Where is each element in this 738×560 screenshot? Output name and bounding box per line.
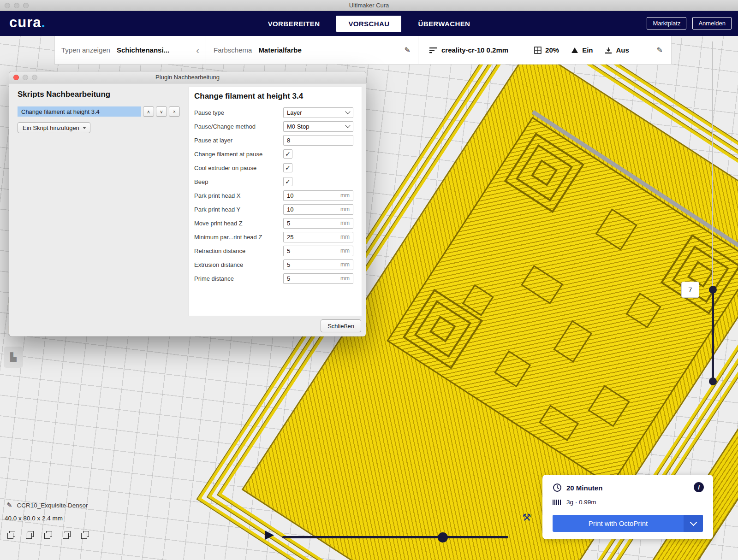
collapse-chevron-icon[interactable]: ‹ bbox=[196, 45, 199, 55]
post-processing-dialog: Plugin Nachbearbeitung Skripts Nachbearb… bbox=[9, 71, 366, 336]
beep-checkbox[interactable]: ✓ bbox=[283, 177, 292, 186]
view-preset-3d-icon[interactable] bbox=[7, 531, 15, 539]
input-unit: mm bbox=[340, 261, 350, 268]
view-preset-row bbox=[7, 531, 89, 539]
print-time: 20 Minuten bbox=[566, 484, 602, 492]
park-x-input[interactable]: 10 mm bbox=[283, 190, 353, 201]
dialog-titlebar: Plugin Nachbearbeitung bbox=[9, 71, 366, 83]
qr-module bbox=[521, 265, 563, 304]
form-row: Move print head Z 5 mm bbox=[194, 216, 353, 230]
layers-icon bbox=[429, 47, 438, 53]
color-scheme-value: Materialfarbe bbox=[258, 46, 301, 54]
adhesion-setting[interactable]: Aus bbox=[605, 46, 629, 54]
chevron-down-icon bbox=[345, 123, 350, 128]
input-unit: mm bbox=[340, 275, 350, 282]
checkmark-icon: ✓ bbox=[285, 164, 291, 171]
script-settings-panel: Change filament at height 3.4 Pause type… bbox=[188, 87, 362, 316]
move-z-input[interactable]: 5 mm bbox=[283, 218, 353, 229]
model-name-row: ✎ CCR10_Exquisite Densor bbox=[6, 501, 88, 509]
field-label: Pause/Change method bbox=[194, 123, 283, 130]
edit-settings-pencil-icon[interactable]: ✎ bbox=[657, 46, 663, 54]
prime-distance-input[interactable]: 5 mm bbox=[283, 273, 353, 284]
print-octoprint-button[interactable]: Print with OctoPrint bbox=[553, 515, 684, 532]
infill-icon bbox=[534, 47, 542, 54]
color-scheme-selector[interactable]: Farbschema Materialfarbe ✎ bbox=[206, 36, 418, 64]
playback-slider-handle[interactable] bbox=[438, 532, 448, 542]
view-preset-top-icon[interactable] bbox=[44, 531, 52, 539]
printer-profile[interactable]: creality-cr-10 0.2mm bbox=[429, 46, 508, 54]
marketplace-button[interactable]: Marktplatz bbox=[647, 17, 686, 29]
dialog-zoom-button[interactable] bbox=[32, 75, 37, 80]
form-row: Beep ✓ bbox=[194, 175, 353, 189]
tab-vorbereiten[interactable]: VORBEREITEN bbox=[256, 16, 332, 32]
park-y-input[interactable]: 10 mm bbox=[283, 204, 353, 215]
header-actions: Marktplatz Anmelden bbox=[647, 17, 732, 29]
chevron-down-icon bbox=[345, 109, 350, 114]
dialog-close-button[interactable] bbox=[13, 75, 19, 80]
tab-vorschau[interactable]: VORSCHAU bbox=[336, 16, 401, 32]
form-row: Change filament at pause ✓ bbox=[194, 147, 353, 161]
print-options-chevron[interactable] bbox=[684, 515, 703, 532]
minimize-button[interactable] bbox=[14, 3, 19, 8]
play-button[interactable]: ▶ bbox=[265, 528, 274, 540]
view-type-label: Typen anzeigen bbox=[61, 46, 110, 54]
info-icon[interactable]: i bbox=[694, 482, 704, 492]
close-button[interactable] bbox=[5, 3, 10, 8]
rename-pencil-icon[interactable]: ✎ bbox=[6, 501, 12, 509]
field-label: Change filament at pause bbox=[194, 151, 283, 158]
pause-method-select[interactable]: M0 Stop bbox=[283, 121, 353, 132]
field-label: Minimum par...rint head Z bbox=[194, 234, 283, 241]
dialog-window-controls bbox=[13, 75, 37, 80]
layer-slider-bottom-handle[interactable] bbox=[709, 377, 717, 385]
remove-script-button[interactable]: × bbox=[169, 106, 180, 117]
qr-module bbox=[588, 385, 630, 427]
field-label: Pause at layer bbox=[194, 137, 283, 144]
dropdown-triangle-icon bbox=[83, 127, 86, 129]
retraction-distance-input[interactable]: 5 mm bbox=[283, 246, 353, 256]
move-script-up-button[interactable]: ∧ bbox=[143, 106, 154, 117]
view-preset-front-icon[interactable] bbox=[26, 531, 34, 539]
layer-slider-track[interactable] bbox=[712, 41, 713, 290]
cool-extruder-checkbox[interactable]: ✓ bbox=[283, 163, 292, 172]
print-button-group: Print with OctoPrint bbox=[553, 515, 703, 532]
change-filament-checkbox[interactable]: ✓ bbox=[283, 149, 292, 159]
support-setting[interactable]: Ein bbox=[571, 46, 593, 54]
playback-slider-track[interactable] bbox=[282, 536, 508, 538]
clock-icon bbox=[553, 483, 562, 492]
dialog-close-action-button[interactable]: Schließen bbox=[321, 319, 361, 332]
qr-finder-square bbox=[504, 133, 584, 213]
chevron-down-icon bbox=[690, 519, 697, 526]
view-type-selector[interactable]: Typen anzeigen Schichtenansi... ‹ bbox=[55, 36, 206, 64]
add-script-dropdown[interactable]: Ein Skript hinzufügen bbox=[18, 122, 90, 133]
input-value: 5 bbox=[287, 248, 290, 254]
field-label: Beep bbox=[194, 178, 283, 185]
form-row: Extrusion distance 5 mm bbox=[194, 258, 353, 271]
input-unit: mm bbox=[340, 192, 350, 199]
adjust-tools-icon[interactable]: ⚒ bbox=[522, 513, 531, 523]
qr-code-plate[interactable] bbox=[387, 117, 738, 486]
layer-slider-top-handle[interactable] bbox=[709, 286, 717, 294]
pause-at-layer-input[interactable]: 8 bbox=[283, 135, 353, 146]
input-value: 5 bbox=[287, 275, 290, 282]
minimum-z-input[interactable]: 25 mm bbox=[283, 232, 353, 242]
move-script-down-button[interactable]: ∨ bbox=[156, 106, 167, 117]
view-preset-left-icon[interactable] bbox=[63, 531, 71, 539]
layer-slider-range[interactable] bbox=[712, 289, 714, 382]
infill-setting[interactable]: 20% bbox=[534, 46, 559, 54]
view-preset-right-icon[interactable] bbox=[81, 531, 89, 539]
window-titlebar: Ultimaker Cura bbox=[0, 0, 738, 11]
model-list-thumbnail[interactable]: ▙ bbox=[4, 347, 23, 368]
pause-type-select[interactable]: Layer bbox=[283, 107, 353, 118]
script-settings-heading: Change filament at height 3.4 bbox=[194, 92, 353, 101]
zoom-button[interactable] bbox=[23, 3, 29, 8]
color-scheme-label: Farbschema bbox=[214, 46, 252, 54]
tab-ueberwachen[interactable]: ÜBERWACHEN bbox=[406, 16, 482, 32]
form-row: Pause at layer 8 bbox=[194, 133, 353, 147]
extrusion-distance-input[interactable]: 5 mm bbox=[283, 259, 353, 270]
input-unit: mm bbox=[340, 248, 350, 254]
edit-pencil-icon[interactable]: ✎ bbox=[405, 46, 411, 54]
signin-button[interactable]: Anmelden bbox=[692, 17, 732, 29]
selected-script-item[interactable]: Change filament at height 3.4 bbox=[18, 106, 141, 117]
dialog-minimize-button[interactable] bbox=[23, 75, 28, 80]
qr-module bbox=[539, 405, 579, 441]
